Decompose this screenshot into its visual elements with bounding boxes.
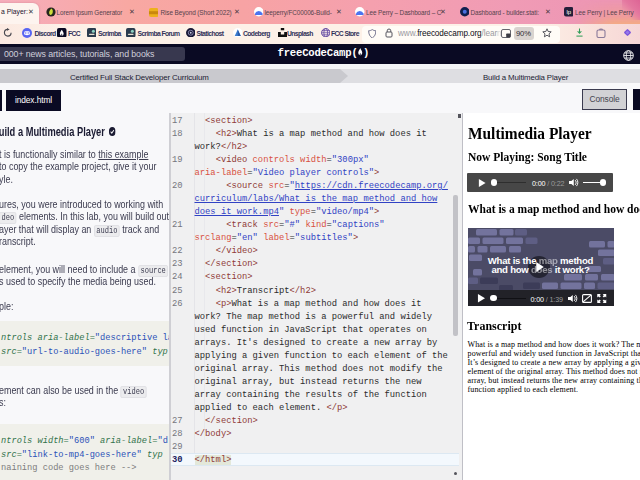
- svg-text:lp: lp: [566, 9, 571, 15]
